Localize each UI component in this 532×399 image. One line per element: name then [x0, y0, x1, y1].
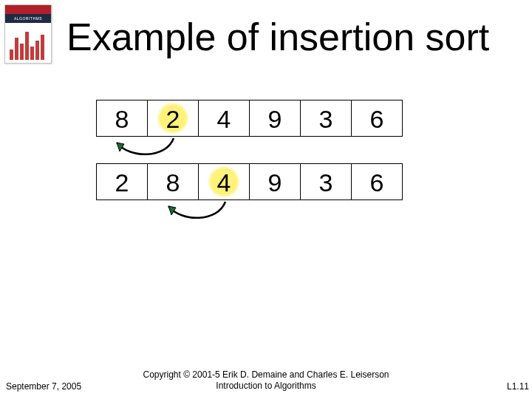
- swap-arrow-icon: [148, 199, 251, 228]
- svg-marker-0: [117, 143, 124, 151]
- array-row: 2 8 4 9 3 6: [96, 163, 436, 200]
- array-cell: 9: [249, 163, 301, 200]
- swap-arrow-icon: [96, 135, 200, 165]
- array-cell: 6: [351, 163, 403, 200]
- array-cell: 2: [147, 100, 199, 137]
- array-cell: 2: [96, 163, 148, 200]
- array-cell: 8: [96, 100, 148, 137]
- array-row: 8 2 4 9 3 6: [96, 100, 436, 137]
- array-cell: 3: [300, 163, 352, 200]
- array-diagram: 8 2 4 9 3 6 2 8 4 9 3 6: [96, 100, 436, 227]
- svg-marker-1: [168, 206, 176, 215]
- array-cell: 6: [351, 100, 403, 137]
- array-cell: 4: [198, 163, 250, 200]
- page-title: Example of insertion sort: [66, 15, 489, 59]
- book-cover-label: ALGORITHMS: [5, 14, 51, 23]
- book-cover-icon: ALGORITHMS: [4, 4, 52, 64]
- array-cell: 9: [249, 100, 301, 137]
- array-cell: 3: [300, 100, 352, 137]
- footer-page-number: L1.11: [507, 381, 529, 392]
- array-cell: 4: [198, 100, 250, 137]
- footer-copyright: Copyright © 2001-5 Erik D. Demaine and C…: [143, 369, 389, 392]
- array-cell: 8: [147, 163, 199, 200]
- footer-date: September 7, 2005: [6, 381, 81, 392]
